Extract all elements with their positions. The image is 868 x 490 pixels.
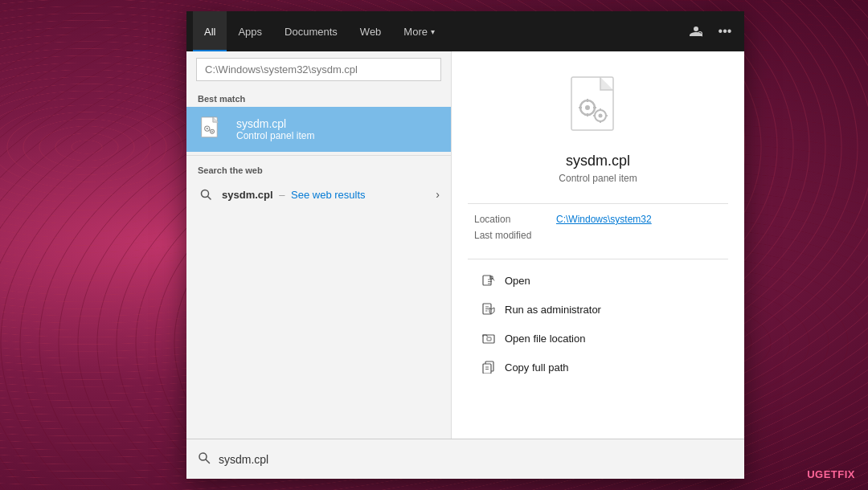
section-divider [186, 155, 451, 156]
svg-point-11 [585, 105, 590, 110]
result-text: sysdm.cpl Control panel item [236, 117, 314, 141]
svg-line-1 [702, 35, 702, 37]
tab-all[interactable]: All [193, 11, 227, 51]
bottom-search-bar [186, 439, 744, 479]
best-match-result[interactable]: sysdm.cpl Control panel item [186, 107, 451, 152]
app-divider [468, 203, 728, 204]
web-section-label: Search the web [186, 159, 451, 178]
result-subtitle: Control panel item [236, 130, 314, 141]
last-modified-label: Last modified [474, 230, 547, 241]
best-match-label: Best match [186, 88, 451, 107]
search-input[interactable] [196, 58, 441, 81]
folder-icon [481, 330, 497, 346]
tab-web[interactable]: Web [349, 11, 393, 51]
content-area: Best match [186, 51, 744, 439]
actions-container: Open Run as administrator [468, 266, 728, 382]
open-button[interactable]: Open [474, 266, 722, 295]
svg-rect-27 [483, 364, 491, 374]
tab-documents[interactable]: Documents [273, 11, 349, 51]
right-panel: sysdm.cpl Control panel item Location C:… [452, 51, 744, 439]
location-row: Location C:\Windows\system32 [474, 214, 722, 225]
search-input-area [186, 51, 451, 88]
web-search-item[interactable]: sysdm.cpl – See web results › [186, 178, 451, 210]
svg-line-8 [208, 197, 211, 200]
svg-point-17 [599, 114, 603, 118]
result-name: sysdm.cpl [236, 117, 314, 130]
watermark-et: ET [824, 468, 838, 480]
result-icon [198, 115, 227, 144]
search-preview-button[interactable] [683, 18, 709, 44]
svg-rect-24 [483, 335, 494, 343]
search-icon [198, 186, 214, 202]
action-divider [468, 259, 728, 259]
search-panel: All Apps Documents Web More ▾ [186, 11, 744, 479]
app-meta: Location C:\Windows\system32 Last modifi… [468, 214, 728, 246]
cpl-icon-small [199, 116, 225, 142]
last-modified-row: Last modified [474, 230, 722, 241]
location-label: Location [474, 214, 547, 225]
svg-point-6 [211, 131, 213, 133]
app-title: sysdm.cpl [566, 153, 630, 169]
watermark: UGETFIX [807, 468, 855, 480]
watermark-fix: FIX [837, 468, 855, 480]
run-admin-button[interactable]: Run as administrator [474, 295, 722, 324]
copy-icon [481, 359, 497, 375]
open-location-button[interactable]: Open file location [474, 324, 722, 353]
chevron-down-icon: ▾ [431, 27, 435, 36]
open-label: Open [505, 275, 530, 287]
bottom-search-icon [198, 451, 211, 468]
open-icon [481, 272, 497, 288]
svg-point-4 [207, 128, 208, 129]
svg-rect-25 [487, 337, 491, 341]
svg-line-29 [206, 459, 210, 463]
person-search-icon [690, 25, 702, 38]
left-panel: Best match [186, 51, 452, 439]
nav-bar: All Apps Documents Web More ▾ [186, 11, 744, 51]
watermark-highlight: UG [807, 468, 824, 480]
cpl-icon-large [570, 76, 626, 140]
web-search-text: sysdm.cpl – See web results [222, 189, 428, 201]
location-value[interactable]: C:\Windows\system32 [556, 214, 652, 225]
nav-icons: ••• [683, 11, 738, 51]
copy-path-button[interactable]: Copy full path [474, 353, 722, 382]
ellipsis-icon: ••• [719, 24, 732, 39]
run-admin-label: Run as administrator [505, 304, 601, 316]
more-options-button[interactable]: ••• [712, 18, 738, 44]
arrow-right-icon: › [436, 188, 440, 201]
copy-path-label: Copy full path [505, 361, 569, 374]
tab-apps[interactable]: Apps [227, 11, 273, 51]
app-subtitle: Control panel item [559, 173, 637, 184]
bottom-search-input[interactable] [219, 453, 733, 466]
open-location-label: Open file location [505, 333, 585, 345]
nav-tabs: All Apps Documents Web More ▾ [193, 11, 446, 51]
app-icon-large [566, 76, 630, 140]
shield-icon [481, 301, 497, 317]
tab-more[interactable]: More ▾ [392, 11, 446, 51]
